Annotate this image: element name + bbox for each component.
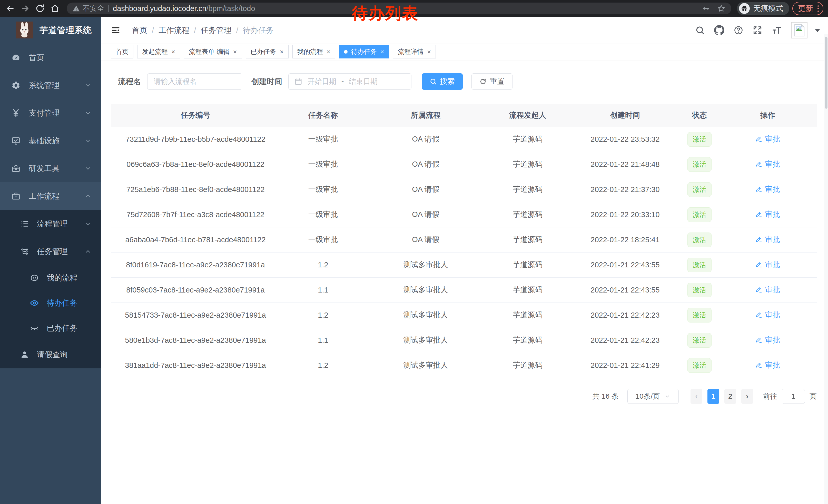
approve-link[interactable]: 审批 bbox=[755, 134, 780, 144]
forward-icon[interactable] bbox=[19, 3, 31, 14]
status-badge: 激活 bbox=[688, 333, 711, 348]
sidebar-item[interactable]: 系统管理 bbox=[0, 72, 101, 99]
help-icon[interactable] bbox=[734, 26, 743, 35]
approve-link[interactable]: 审批 bbox=[755, 310, 780, 320]
approve-link[interactable]: 审批 bbox=[755, 285, 780, 295]
bookmark-star-icon[interactable] bbox=[717, 4, 726, 13]
cell-created: 2022-01-22 18:25:41 bbox=[570, 227, 680, 252]
page-scrollbar[interactable] bbox=[824, 34, 828, 504]
process-name-input[interactable] bbox=[147, 73, 242, 90]
briefcase-icon bbox=[11, 191, 21, 201]
prev-page-button[interactable]: ‹ bbox=[691, 389, 702, 404]
incognito-label: 无痕模式 bbox=[753, 3, 783, 13]
tab-我的流程[interactable]: 我的流程× bbox=[292, 45, 335, 58]
scrollbar-thumb[interactable] bbox=[825, 37, 827, 109]
reload-icon[interactable] bbox=[34, 3, 46, 14]
table-row: 73211d9d-7b9b-11ec-b5b7-acde48001122一级审批… bbox=[111, 127, 817, 152]
approve-link[interactable]: 审批 bbox=[755, 260, 780, 270]
tab-首页[interactable]: 首页 bbox=[111, 45, 133, 58]
sidebar-collapse-icon[interactable] bbox=[111, 26, 121, 35]
font-size-icon[interactable] bbox=[772, 25, 782, 35]
approve-link[interactable]: 审批 bbox=[755, 184, 780, 194]
app-logo[interactable]: 芋道管理系统 bbox=[0, 17, 101, 44]
close-icon[interactable]: × bbox=[233, 48, 237, 55]
cell-name: 1.1 bbox=[280, 328, 366, 353]
tab-流程详情[interactable]: 流程详情× bbox=[393, 45, 436, 58]
sidebar-item[interactable]: 支付管理 bbox=[0, 99, 101, 127]
github-icon[interactable] bbox=[714, 25, 724, 35]
close-icon[interactable]: × bbox=[171, 48, 175, 55]
sidebar-item[interactable]: 任务管理 bbox=[0, 238, 101, 265]
sidebar-item[interactable]: 研发工具 bbox=[0, 154, 101, 182]
tab-流程表单-编辑[interactable]: 流程表单-编辑× bbox=[184, 45, 242, 58]
sidebar-item[interactable]: 工作流程 bbox=[0, 182, 101, 210]
cell-status: 激活 bbox=[680, 277, 719, 303]
goto-page-input[interactable]: 1 bbox=[782, 389, 805, 404]
annotation-overlay: 待办列表 bbox=[352, 3, 419, 24]
logo-rabbit-icon bbox=[16, 21, 33, 40]
close-icon[interactable]: × bbox=[380, 48, 384, 55]
avatar[interactable] bbox=[791, 22, 808, 39]
table-row: 580e1b3d-7ac8-11ec-a9e2-a2380e71991a1.1测… bbox=[111, 328, 817, 353]
pencil-icon bbox=[755, 362, 762, 369]
reset-button[interactable]: 重置 bbox=[471, 73, 512, 90]
browser-menu-icon[interactable] bbox=[818, 5, 819, 12]
browser-update-button[interactable]: 更新 bbox=[792, 2, 823, 15]
page-buttons: 12 bbox=[705, 389, 739, 404]
sidebar-item[interactable]: 已办任务 bbox=[0, 316, 101, 341]
close-icon[interactable]: × bbox=[427, 48, 431, 55]
sidebar-item-label: 支付管理 bbox=[29, 108, 59, 119]
chevron-down-icon bbox=[84, 137, 92, 144]
sidebar-item[interactable]: 流程管理 bbox=[0, 210, 101, 238]
approve-link[interactable]: 审批 bbox=[755, 210, 780, 220]
home-icon[interactable] bbox=[49, 3, 60, 14]
sidebar-item[interactable]: 请假查询 bbox=[0, 341, 101, 368]
breadcrumb-item[interactable]: 任务管理 bbox=[201, 25, 232, 36]
breadcrumb-item[interactable]: 工作流程 bbox=[159, 25, 189, 36]
sidebar-item[interactable]: 待办任务 bbox=[0, 290, 101, 316]
end-date-placeholder: 结束日期 bbox=[349, 77, 378, 86]
fullscreen-icon[interactable] bbox=[753, 26, 762, 35]
approve-link[interactable]: 审批 bbox=[755, 360, 780, 370]
column-header: 任务编号 bbox=[111, 104, 280, 127]
status-badge: 激活 bbox=[688, 308, 711, 322]
approve-link[interactable]: 审批 bbox=[755, 335, 780, 345]
approve-link[interactable]: 审批 bbox=[755, 235, 780, 245]
robot-icon bbox=[29, 273, 40, 282]
breadcrumb-separator: / bbox=[236, 26, 238, 35]
sidebar-item[interactable]: 基础设施 bbox=[0, 127, 101, 154]
cell-initiator: 芋道源码 bbox=[485, 353, 570, 378]
cell-action: 审批 bbox=[719, 353, 817, 378]
tags-view: 首页发起流程×流程表单-编辑×已办任务×我的流程×待办任务×流程详情× bbox=[101, 44, 828, 60]
filter-bar: 流程名 创建时间 开始日期 - 结束日期 搜索 重置 bbox=[118, 73, 817, 90]
password-key-icon[interactable] bbox=[702, 4, 710, 12]
search-icon[interactable] bbox=[695, 26, 705, 35]
avatar-caret-icon[interactable] bbox=[815, 29, 820, 32]
close-icon[interactable]: × bbox=[327, 48, 330, 55]
cell-process: 测试多审批人 bbox=[366, 303, 485, 328]
security-badge[interactable]: 不安全 bbox=[72, 4, 104, 13]
cell-action: 审批 bbox=[719, 202, 817, 227]
approve-link[interactable]: 审批 bbox=[755, 159, 780, 170]
search-button[interactable]: 搜索 bbox=[422, 73, 463, 90]
tab-待办任务[interactable]: 待办任务× bbox=[339, 45, 389, 58]
table-row: 381aa1dd-7ac8-11ec-a9e2-a2380e71991a1.2测… bbox=[111, 353, 817, 378]
cell-process: 测试多审批人 bbox=[366, 277, 485, 303]
page-button-2[interactable]: 2 bbox=[724, 389, 736, 404]
sidebar-item[interactable]: 我的流程 bbox=[0, 265, 101, 290]
sidebar-item-label: 我的流程 bbox=[47, 273, 78, 283]
back-icon[interactable] bbox=[5, 3, 16, 14]
cell-id: 069c6a63-7b8a-11ec-8ef0-acde48001122 bbox=[111, 152, 280, 177]
tab-发起流程[interactable]: 发起流程× bbox=[137, 45, 180, 58]
cell-status: 激活 bbox=[680, 127, 719, 152]
close-icon[interactable]: × bbox=[280, 48, 284, 55]
tab-已办任务[interactable]: 已办任务× bbox=[246, 45, 289, 58]
status-badge: 激活 bbox=[688, 358, 711, 373]
sidebar-item[interactable]: 首页 bbox=[0, 44, 101, 72]
cell-initiator: 芋道源码 bbox=[485, 127, 570, 152]
next-page-button[interactable]: › bbox=[741, 389, 753, 404]
page-button-1[interactable]: 1 bbox=[707, 389, 719, 404]
breadcrumb-item[interactable]: 首页 bbox=[132, 25, 147, 36]
page-size-select[interactable]: 10条/页 bbox=[627, 389, 679, 404]
date-range-picker[interactable]: 开始日期 - 结束日期 bbox=[288, 73, 411, 90]
